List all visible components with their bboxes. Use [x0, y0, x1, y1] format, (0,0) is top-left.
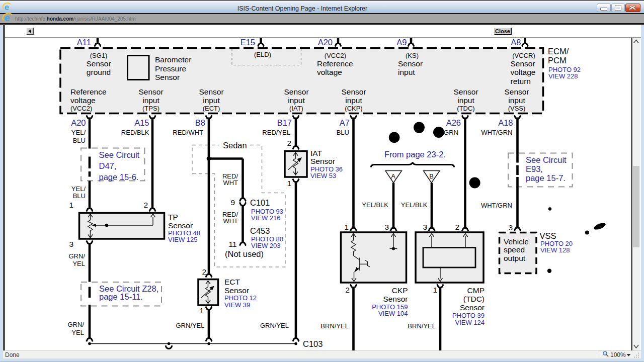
svg-text:(VCCR): (VCCR) — [512, 52, 535, 59]
svg-text:(ECT): (ECT) — [203, 105, 220, 112]
svg-text:1: 1 — [69, 201, 73, 209]
svg-text:VSS: VSS — [540, 231, 556, 240]
svg-text:GRN: GRN — [444, 129, 458, 136]
svg-text:BRN/YEL: BRN/YEL — [320, 322, 349, 330]
svg-text:C101: C101 — [250, 198, 270, 207]
svg-text:RED/BLK: RED/BLK — [121, 129, 149, 136]
svg-text:YEL/BLK: YEL/BLK — [362, 201, 388, 209]
svg-text:page 15-11.: page 15-11. — [99, 292, 143, 301]
svg-text:(CKP): (CKP) — [345, 105, 362, 112]
svg-text:(ELD): (ELD) — [254, 51, 271, 58]
svg-text:(VSS): (VSS) — [508, 105, 526, 112]
svg-text:(TDC): (TDC) — [463, 295, 485, 303]
svg-text:Barometer: Barometer — [155, 55, 191, 64]
svg-text:See Circuit: See Circuit — [526, 155, 567, 164]
svg-text:GRN/YEL: GRN/YEL — [260, 322, 289, 329]
svg-text:B: B — [429, 172, 434, 180]
svg-text:BRN/YEL: BRN/YEL — [408, 322, 436, 330]
svg-text:Sensor: Sensor — [453, 87, 478, 96]
svg-text:PHOTO 39: PHOTO 39 — [452, 312, 485, 319]
svg-text:VIEW 39: VIEW 39 — [224, 301, 250, 309]
svg-text:CKP: CKP — [392, 286, 408, 295]
svg-text:(TDC): (TDC) — [457, 105, 474, 112]
svg-text:VIEW 53: VIEW 53 — [310, 172, 336, 179]
svg-text:2: 2 — [345, 286, 350, 294]
svg-text:(SG1): (SG1) — [90, 52, 108, 59]
svg-text:GRN/: GRN/ — [68, 321, 85, 328]
svg-text:input: input — [457, 96, 474, 105]
svg-text:IAT: IAT — [310, 149, 322, 157]
svg-text:3: 3 — [69, 240, 73, 248]
svg-text:3: 3 — [423, 223, 427, 231]
svg-text:WHT: WHT — [223, 179, 238, 187]
svg-text:(VCC2): (VCC2) — [325, 52, 346, 59]
svg-text:VIEW 228: VIEW 228 — [548, 72, 578, 80]
svg-text:Sensor: Sensor — [199, 87, 223, 96]
svg-text:VIEW 125: VIEW 125 — [168, 236, 198, 243]
svg-text:Sensor: Sensor — [504, 87, 529, 96]
svg-text:YEL: YEL — [71, 329, 84, 336]
svg-text:A20: A20 — [71, 118, 86, 127]
svg-text:BLU: BLU — [73, 192, 86, 200]
svg-text:return: return — [511, 77, 531, 85]
svg-text:B17: B17 — [277, 118, 292, 127]
svg-text:A20: A20 — [318, 38, 333, 47]
svg-text:Sensor: Sensor — [383, 295, 408, 303]
svg-text:voltage: voltage — [511, 68, 536, 76]
svg-text:Sensor: Sensor — [86, 59, 111, 68]
svg-text:input: input — [142, 96, 159, 105]
svg-text:input: input — [288, 96, 305, 105]
svg-text:WHT/GRN: WHT/GRN — [481, 202, 512, 209]
svg-text:page 15-7.: page 15-7. — [526, 173, 566, 183]
svg-text:BLU: BLU — [337, 129, 349, 136]
svg-text:A8: A8 — [511, 38, 521, 47]
svg-text:BLU: BLU — [73, 137, 86, 144]
svg-text:(Not used): (Not used) — [225, 249, 264, 258]
svg-text:1: 1 — [199, 306, 204, 315]
svg-text:1: 1 — [433, 286, 437, 294]
svg-text:Sensor: Sensor — [138, 87, 163, 96]
svg-text:YEL/: YEL/ — [71, 129, 86, 136]
svg-text:Reference: Reference — [70, 87, 107, 96]
svg-text:A15: A15 — [134, 118, 149, 127]
svg-text:2: 2 — [287, 139, 291, 147]
svg-text:input: input — [398, 68, 415, 76]
svg-text:B8: B8 — [195, 118, 205, 127]
svg-text:See Circuit: See Circuit — [99, 150, 140, 159]
svg-text:RED/WHT: RED/WHT — [173, 129, 203, 136]
svg-text:Sensor: Sensor — [155, 73, 180, 81]
svg-text:YEL: YEL — [72, 260, 85, 267]
svg-text:A9: A9 — [396, 38, 407, 47]
svg-text:Sensor: Sensor — [460, 303, 485, 312]
svg-text:Sensor: Sensor — [168, 221, 193, 230]
svg-text:A26: A26 — [446, 118, 461, 127]
svg-text:TP: TP — [168, 213, 178, 221]
svg-text:C103: C103 — [303, 339, 323, 348]
svg-text:Sedan: Sedan — [223, 141, 247, 150]
svg-text:YEL/: YEL/ — [71, 185, 86, 193]
svg-text:RED/YEL: RED/YEL — [262, 129, 290, 136]
svg-text:3: 3 — [508, 223, 513, 232]
svg-text:2: 2 — [202, 267, 206, 276]
svg-text:(KS): (KS) — [406, 52, 419, 59]
svg-text:(IAT): (IAT) — [289, 105, 303, 112]
svg-text:11: 11 — [228, 240, 236, 248]
svg-text:(VCC2): (VCC2) — [70, 105, 92, 112]
svg-text:PCM: PCM — [548, 56, 567, 65]
svg-text:YEL/BLK: YEL/BLK — [401, 201, 428, 209]
svg-text:A7: A7 — [340, 118, 350, 127]
svg-text:page 15-6.: page 15-6. — [99, 172, 139, 182]
svg-text:2: 2 — [455, 223, 459, 231]
svg-text:VIEW 203: VIEW 203 — [251, 242, 281, 249]
svg-text:A11: A11 — [77, 38, 91, 47]
svg-text:Reference: Reference — [317, 59, 353, 68]
svg-text:Vehicle: Vehicle — [504, 237, 529, 246]
svg-text:ground: ground — [87, 68, 111, 76]
svg-text:GRN/: GRN/ — [69, 252, 86, 260]
svg-text:WHT: WHT — [223, 217, 238, 225]
svg-text:C453: C453 — [250, 226, 270, 235]
svg-text:9: 9 — [230, 198, 235, 207]
svg-text:CMP: CMP — [467, 286, 485, 295]
svg-text:3: 3 — [384, 223, 389, 231]
svg-text:VIEW 104: VIEW 104 — [378, 310, 408, 317]
